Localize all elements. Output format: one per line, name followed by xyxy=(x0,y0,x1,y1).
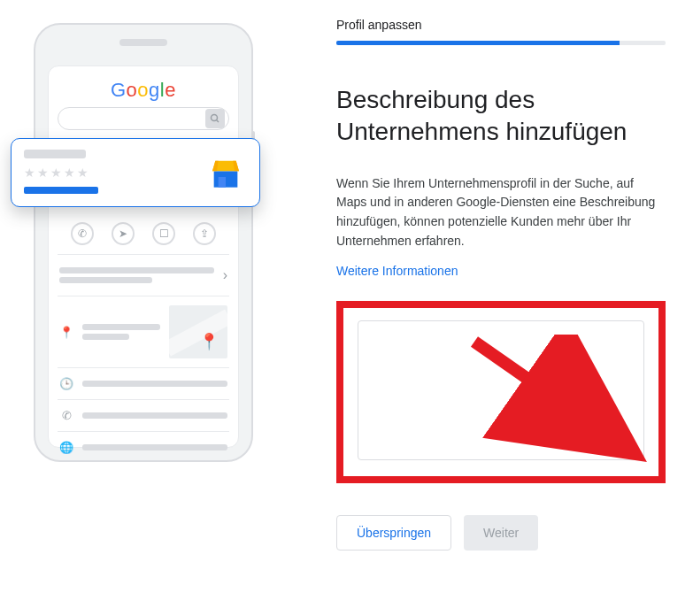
next-button[interactable]: Weiter xyxy=(464,515,538,551)
address-row: 📍 📍 xyxy=(58,296,229,367)
business-card: ★★★★★ xyxy=(11,138,260,207)
step-label: Profil anpassen xyxy=(336,18,666,32)
page-title: Beschreibung des Unternehmens hinzufügen xyxy=(336,84,666,148)
storefront-icon xyxy=(208,155,243,190)
clock-icon: 🕒 xyxy=(59,377,73,390)
progress-fill xyxy=(336,41,620,45)
search-icon xyxy=(205,109,225,128)
svg-point-0 xyxy=(212,115,218,121)
phone-row: ✆ xyxy=(58,399,229,431)
char-counter: 0 / 750 xyxy=(589,439,628,451)
search-bar xyxy=(58,107,229,130)
info-row: › xyxy=(58,254,229,296)
google-logo: Google xyxy=(58,79,229,102)
highlight-box: 0 / 750 xyxy=(336,301,666,483)
description-text: Wenn Sie Ihrem Unternehmensprofil in der… xyxy=(336,174,666,251)
call-icon: ✆ xyxy=(71,222,94,245)
directions-icon: ➤ xyxy=(112,222,135,245)
hours-row: 🕒 xyxy=(58,367,229,399)
skip-button[interactable]: Überspringen xyxy=(336,515,451,551)
pin-icon: 📍 xyxy=(59,326,73,339)
globe-icon: 🌐 xyxy=(59,441,73,454)
phone-illustration: Google ✆ ➤ ☐ ⇪ › 📍 📍 xyxy=(34,23,253,462)
website-row: 🌐 xyxy=(58,431,229,463)
bookmark-icon: ☐ xyxy=(152,222,175,245)
map-thumb: 📍 xyxy=(169,305,227,358)
svg-line-1 xyxy=(217,120,219,123)
phone-screen: Google ✆ ➤ ☐ ⇪ › 📍 📍 xyxy=(48,65,239,448)
share-icon: ⇪ xyxy=(193,222,216,245)
svg-rect-3 xyxy=(219,177,226,188)
chevron-right-icon: › xyxy=(223,267,227,283)
quick-action-row: ✆ ➤ ☐ ⇪ xyxy=(58,222,229,245)
phone-icon: ✆ xyxy=(59,409,73,422)
phone-speaker xyxy=(119,39,167,46)
more-info-link[interactable]: Weitere Informationen xyxy=(336,264,458,278)
progress-bar xyxy=(336,41,666,45)
